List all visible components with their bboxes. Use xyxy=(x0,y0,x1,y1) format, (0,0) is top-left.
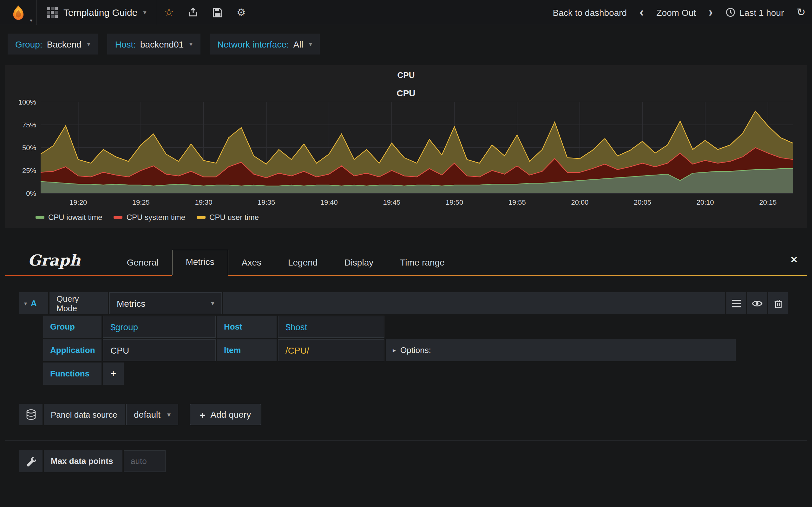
time-shift-left-button[interactable]: ‹ xyxy=(633,0,650,25)
trash-icon xyxy=(774,299,782,308)
tab-time-range[interactable]: Time range xyxy=(387,251,458,275)
time-shift-right-button[interactable]: › xyxy=(702,0,719,25)
max-data-points-label: Max data points xyxy=(44,450,122,472)
zoom-out-button[interactable]: Zoom Out xyxy=(650,0,703,25)
chevron-down-icon: ▾ xyxy=(211,299,214,307)
dashboard-grid-icon xyxy=(47,7,58,18)
grafana-logo-button[interactable]: ▾ xyxy=(0,0,37,25)
query-row-group-host: Group $group Host $host xyxy=(43,316,788,338)
chart-title: CPU xyxy=(10,88,802,98)
close-editor-icon[interactable]: ✕ xyxy=(790,254,807,271)
application-input[interactable]: CPU xyxy=(103,339,216,361)
legend-item[interactable]: CPU system time xyxy=(114,213,185,222)
dashboard-title: Templating Guide xyxy=(63,7,137,18)
tab-axes[interactable]: Axes xyxy=(229,251,275,275)
editor-tabs: General Metrics Axes Legend Display Time… xyxy=(113,250,458,275)
svg-text:20:00: 20:00 xyxy=(571,199,589,206)
star-icon: ☆ xyxy=(164,6,174,19)
options-toggle[interactable]: ▸ Options: xyxy=(386,339,736,361)
chart-legend: CPU iowait time CPU system time CPU user… xyxy=(36,213,802,222)
query-menu-button[interactable] xyxy=(726,292,746,314)
datasource-row: Panel data source default ▾ + Add query xyxy=(19,404,812,425)
save-icon xyxy=(212,7,223,17)
share-dashboard-button[interactable] xyxy=(181,0,206,25)
star-dashboard-button[interactable]: ☆ xyxy=(157,0,181,25)
group-label: Group xyxy=(43,316,101,338)
options-icon-cell xyxy=(19,450,43,472)
refresh-button[interactable]: ↻ xyxy=(791,0,812,25)
variable-value: backend01 xyxy=(140,39,184,49)
svg-text:20:15: 20:15 xyxy=(759,199,776,206)
datasource-value: default xyxy=(134,409,160,419)
item-input[interactable]: /CPU/ xyxy=(278,339,385,361)
svg-text:19:35: 19:35 xyxy=(258,199,275,206)
time-range-picker[interactable]: Last 1 hour xyxy=(719,0,790,25)
datasource-icon-cell xyxy=(19,404,43,425)
cpu-stacked-area-chart[interactable]: 0%25%50%75%100%19:2019:2519:3019:3519:40… xyxy=(10,98,802,210)
variable-value: Backend xyxy=(47,39,82,49)
legend-swatch xyxy=(114,216,123,219)
chevron-right-icon: › xyxy=(709,5,713,20)
navbar-left: ▾ Templating Guide ▾ ☆ xyxy=(0,0,253,25)
tab-metrics[interactable]: Metrics xyxy=(171,250,228,276)
add-function-button[interactable]: + xyxy=(103,362,124,385)
panel-datasource-label: Panel data source xyxy=(44,404,125,425)
chevron-down-icon: ▾ xyxy=(87,41,90,48)
query-editor: ▾ A Query Mode Metrics ▾ xyxy=(19,292,788,385)
svg-text:50%: 50% xyxy=(22,144,36,152)
gear-icon: ⚙ xyxy=(237,6,246,18)
query-toggle-visibility-button[interactable] xyxy=(747,292,767,314)
host-label: Host xyxy=(217,316,276,338)
grafana-app: ▾ Templating Guide ▾ ☆ xyxy=(0,0,812,507)
query-collapse-toggle[interactable]: ▾ A xyxy=(19,292,48,314)
variable-network-interface[interactable]: Network interface: All ▾ xyxy=(210,34,320,55)
template-variables-bar: Group: Backend ▾ Host: backend01 ▾ Netwo… xyxy=(0,25,812,61)
back-to-dashboard-button[interactable]: Back to dashboard xyxy=(547,0,633,25)
query-ref-id: A xyxy=(31,298,37,308)
menu-icon xyxy=(732,299,741,307)
functions-label: Functions xyxy=(43,362,101,385)
application-label: Application xyxy=(43,339,101,361)
variable-group[interactable]: Group: Backend ▾ xyxy=(8,34,98,55)
variable-value: All xyxy=(293,39,303,49)
tab-general[interactable]: General xyxy=(113,251,172,275)
query-mode-select[interactable]: Metrics ▾ xyxy=(109,292,222,314)
tab-legend[interactable]: Legend xyxy=(275,251,331,275)
svg-text:19:25: 19:25 xyxy=(132,199,150,206)
editor-panel-type-title: Graph xyxy=(28,251,81,269)
plus-icon: + xyxy=(110,368,116,379)
chevron-down-icon: ▾ xyxy=(143,9,146,16)
group-input[interactable]: $group xyxy=(103,316,216,338)
svg-text:19:55: 19:55 xyxy=(508,199,526,206)
dashboard-title-dropdown[interactable]: Templating Guide ▾ xyxy=(37,0,157,25)
tab-display[interactable]: Display xyxy=(331,251,387,275)
host-input[interactable]: $host xyxy=(278,316,385,338)
legend-item[interactable]: CPU iowait time xyxy=(36,213,102,222)
datasource-select[interactable]: default ▾ xyxy=(126,404,178,425)
panel-title[interactable]: CPU xyxy=(10,68,802,81)
refresh-icon: ↻ xyxy=(797,6,806,19)
settings-button[interactable]: ⚙ xyxy=(230,0,253,25)
query-row-application-item: Application CPU Item /CPU/ ▸ Options: xyxy=(43,339,788,361)
chevron-down-icon: ▾ xyxy=(309,41,312,48)
plus-icon: + xyxy=(200,409,206,420)
svg-text:19:30: 19:30 xyxy=(195,199,212,206)
query-row-filler xyxy=(223,292,725,314)
max-data-points-input[interactable] xyxy=(124,450,165,472)
legend-label: CPU iowait time xyxy=(48,213,102,222)
legend-swatch xyxy=(36,216,44,219)
query-delete-button[interactable] xyxy=(768,292,788,314)
add-query-button[interactable]: + Add query xyxy=(190,404,261,425)
chevron-left-icon: ‹ xyxy=(640,5,644,20)
navbar-right: Back to dashboard ‹ Zoom Out › Last 1 ho… xyxy=(547,0,812,25)
svg-text:100%: 100% xyxy=(18,98,36,106)
legend-swatch xyxy=(197,216,206,219)
legend-item[interactable]: CPU user time xyxy=(197,213,259,222)
save-dashboard-button[interactable] xyxy=(206,0,230,25)
add-query-label: Add query xyxy=(211,409,251,419)
query-row-header: ▾ A Query Mode Metrics ▾ xyxy=(19,292,788,314)
cpu-panel: CPU CPU 0%25%50%75%100%19:2019:2519:3019… xyxy=(5,65,807,228)
query-mode-label: Query Mode xyxy=(49,292,108,314)
time-range-label: Last 1 hour xyxy=(740,7,784,17)
variable-host[interactable]: Host: backend01 ▾ xyxy=(107,34,200,55)
